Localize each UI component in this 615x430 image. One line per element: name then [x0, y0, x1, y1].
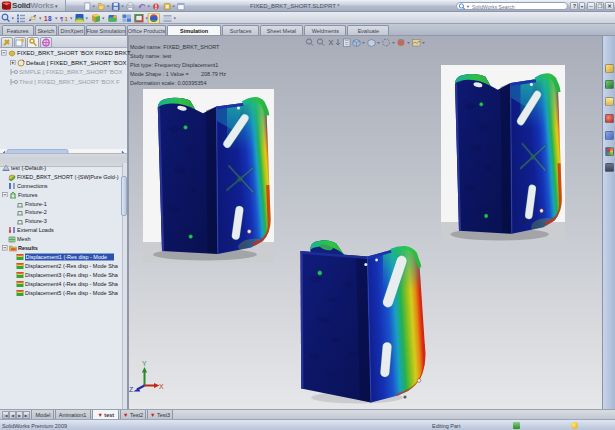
svg-text:Z: Z — [129, 386, 134, 393]
svg-text:¶: ¶ — [60, 16, 64, 22]
svg-text:8: 8 — [48, 15, 52, 22]
svg-text:1: 1 — [65, 16, 69, 22]
svg-text:Y: Y — [142, 360, 147, 367]
svg-text:X: X — [159, 383, 164, 390]
